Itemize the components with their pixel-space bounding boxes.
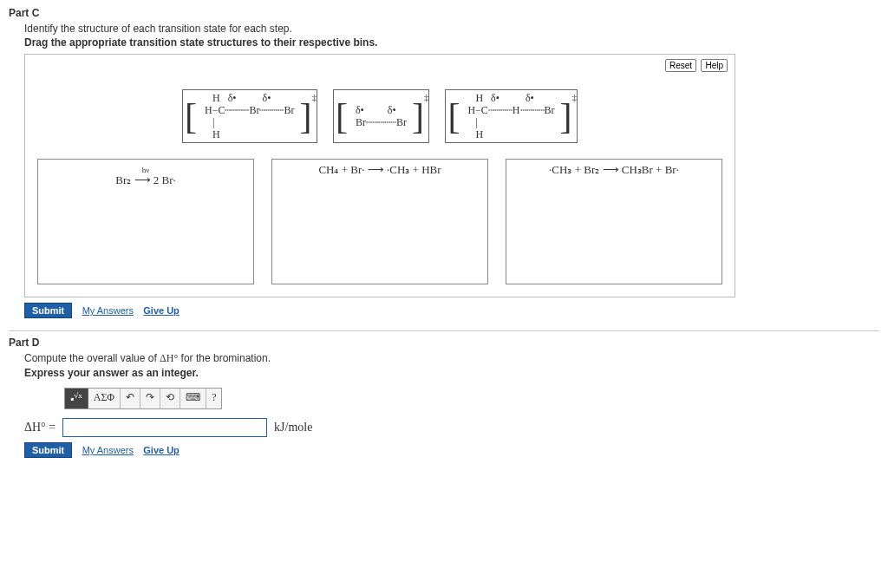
double-dagger-icon: ‡ — [424, 92, 429, 102]
bin-3-header: ·CH₃ + Br₂ ⟶ CH₃Br + Br· — [512, 163, 716, 177]
bin-2[interactable]: CH₄ + Br· ⟶ ·CH₃ + HBr — [271, 159, 488, 284]
bin-1[interactable]: hν Br₂ ⟶ 2 Br· — [37, 159, 254, 284]
transition-state-2[interactable]: [ δ• δ• Br┄┄┄┄┄Br ] ‡ — [333, 89, 430, 143]
separator — [9, 330, 879, 331]
part-c-submit-row: Submit My Answers Give Up — [24, 303, 879, 318]
equation-toolbar-row: ▪√x ΑΣΦ ↶ ↷ ⟲ ⌨ ? — [64, 388, 879, 409]
drag-drop-area: Reset Help [ H δ• δ• H−C┄┄┄┄Br┄┄┄┄Br | H… — [24, 54, 735, 297]
part-d-header: Part D — [9, 336, 879, 349]
units-label: kJ/mole — [274, 421, 312, 434]
right-bracket-icon: ] — [558, 99, 574, 134]
part-c-instruction-1: Identify the structure of each transitio… — [24, 23, 879, 35]
help-tool-button[interactable]: ? — [206, 389, 221, 408]
part-d-instruction-1: Compute the overall value of ΔH° for the… — [24, 352, 879, 365]
submit-button[interactable]: Submit — [24, 442, 72, 458]
double-dagger-icon: ‡ — [572, 92, 578, 102]
ts1-content: H δ• δ• H−C┄┄┄┄Br┄┄┄┄Br | H — [199, 90, 297, 142]
give-up-link[interactable]: Give Up — [143, 445, 180, 455]
part-c-header: Part C — [9, 7, 879, 19]
reset-button[interactable]: Reset — [665, 59, 696, 72]
part-d-instruction-2: Express your answer as an integer. — [24, 367, 879, 379]
redo-button[interactable]: ↷ — [140, 389, 160, 408]
double-dagger-icon: ‡ — [311, 92, 317, 102]
bins-row: hν Br₂ ⟶ 2 Br· CH₄ + Br· ⟶ ·CH₃ + HBr ·C… — [37, 159, 722, 284]
my-answers-link[interactable]: My Answers — [82, 305, 134, 316]
transition-state-1[interactable]: [ H δ• δ• H−C┄┄┄┄Br┄┄┄┄Br | H ] ‡ — [182, 89, 317, 143]
ts3-content: H δ• δ• H−C┄┄┄┄H┄┄┄┄Br | H — [461, 90, 558, 142]
answer-row: ΔH° = kJ/mole — [24, 418, 879, 437]
corner-toolbar: Reset Help — [663, 59, 728, 72]
ts2-content: δ• δ• Br┄┄┄┄┄Br — [349, 102, 410, 130]
submit-button[interactable]: Submit — [24, 303, 72, 318]
part-c-instruction-2: Drag the appropriate transition state st… — [24, 36, 879, 49]
delta-h-input[interactable] — [62, 418, 267, 437]
left-bracket-icon: [ — [334, 99, 349, 134]
keyboard-tool-button[interactable]: ⌨ — [180, 389, 206, 408]
part-d-submit-row: Submit My Answers Give Up — [24, 442, 879, 458]
right-bracket-icon: ] — [297, 99, 313, 134]
left-bracket-icon: [ — [446, 99, 461, 134]
my-answers-link[interactable]: My Answers — [82, 445, 134, 455]
help-button[interactable]: Help — [701, 59, 728, 72]
delta-h-label: ΔH° = — [24, 421, 56, 434]
bin-1-header: hν Br₂ ⟶ 2 Br· — [43, 163, 248, 187]
right-bracket-icon: ] — [410, 99, 426, 134]
bin-3[interactable]: ·CH₃ + Br₂ ⟶ CH₃Br + Br· — [506, 159, 722, 284]
bin-2-header: CH₄ + Br· ⟶ ·CH₃ + HBr — [278, 163, 482, 177]
reset-tool-button[interactable]: ⟲ — [160, 389, 180, 408]
undo-button[interactable]: ↶ — [121, 389, 140, 408]
greek-tool-button[interactable]: ΑΣΦ — [88, 389, 121, 408]
transition-state-3[interactable]: [ H δ• δ• H−C┄┄┄┄H┄┄┄┄Br | H ] ‡ — [445, 89, 578, 143]
equation-toolbar: ▪√x ΑΣΦ ↶ ↷ ⟲ ⌨ ? — [64, 388, 222, 409]
draggable-items-row: [ H δ• δ• H−C┄┄┄┄Br┄┄┄┄Br | H ] ‡ [ δ• δ… — [37, 89, 722, 143]
left-bracket-icon: [ — [183, 99, 199, 134]
give-up-link[interactable]: Give Up — [143, 305, 180, 316]
template-tool-icon[interactable]: ▪√x — [65, 389, 88, 408]
